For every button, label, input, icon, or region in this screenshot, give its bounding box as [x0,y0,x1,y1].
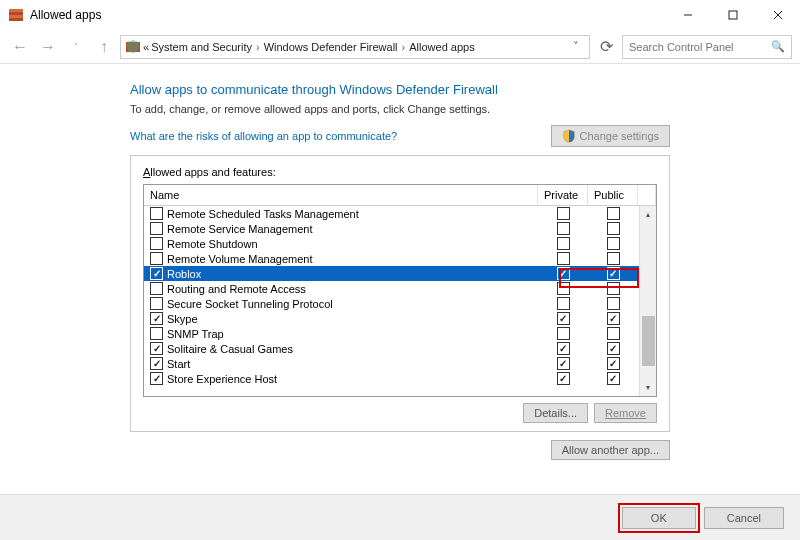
cancel-button[interactable]: Cancel [704,507,784,529]
chevron-right-icon [254,41,262,53]
table-row[interactable]: Remote Service Management [144,221,656,236]
up-button[interactable]: ↑ [92,35,116,59]
table-row[interactable]: Start [144,356,656,371]
ok-button[interactable]: OK [622,507,696,529]
app-checkbox[interactable] [150,342,163,355]
app-label: Remote Scheduled Tasks Management [167,208,359,220]
close-button[interactable] [755,0,800,30]
app-checkbox[interactable] [150,297,163,310]
app-checkbox[interactable] [150,372,163,385]
private-checkbox[interactable] [557,267,570,280]
search-icon: 🔍 [771,40,785,53]
app-checkbox[interactable] [150,267,163,280]
private-checkbox[interactable] [557,207,570,220]
table-row[interactable]: Secure Socket Tunneling Protocol [144,296,656,311]
page-heading: Allow apps to communicate through Window… [130,82,670,97]
recent-dropdown[interactable]: ˅ [64,35,88,59]
scrollbar[interactable]: ▴ ▾ [639,206,656,396]
window-buttons [665,0,800,30]
scroll-thumb[interactable] [642,316,655,366]
private-checkbox[interactable] [557,312,570,325]
col-name[interactable]: Name [144,185,538,205]
public-checkbox[interactable] [607,342,620,355]
maximize-button[interactable] [710,0,755,30]
change-settings-button[interactable]: Change settings [551,125,671,147]
address-dropdown[interactable]: ˅ [567,40,585,53]
table-row[interactable]: SNMP Trap [144,326,656,341]
public-checkbox[interactable] [607,237,620,250]
col-scroll-spacer [638,185,656,205]
titlebar: Allowed apps [0,0,800,30]
allow-another-app-button[interactable]: Allow another app... [551,440,670,460]
private-checkbox[interactable] [557,342,570,355]
refresh-button[interactable]: ⟳ [594,37,618,56]
scroll-up-icon[interactable]: ▴ [640,206,656,223]
private-checkbox[interactable] [557,252,570,265]
private-checkbox[interactable] [557,222,570,235]
app-label: Roblox [167,268,201,280]
app-checkbox[interactable] [150,237,163,250]
public-checkbox[interactable] [607,267,620,280]
col-public[interactable]: Public [588,185,638,205]
public-checkbox[interactable] [607,357,620,370]
app-label: Secure Socket Tunneling Protocol [167,298,333,310]
remove-button[interactable]: Remove [594,403,657,423]
app-checkbox[interactable] [150,282,163,295]
app-checkbox[interactable] [150,327,163,340]
search-placeholder: Search Control Panel [629,41,734,53]
private-checkbox[interactable] [557,357,570,370]
app-label: Remote Volume Management [167,253,313,265]
app-label: Remote Service Management [167,223,313,235]
public-checkbox[interactable] [607,222,620,235]
col-private[interactable]: Private [538,185,588,205]
app-checkbox[interactable] [150,312,163,325]
public-checkbox[interactable] [607,372,620,385]
search-input[interactable]: Search Control Panel 🔍 [622,35,792,59]
app-checkbox[interactable] [150,207,163,220]
table-row[interactable]: Remote Volume Management [144,251,656,266]
app-checkbox[interactable] [150,252,163,265]
table-row[interactable]: Skype [144,311,656,326]
public-checkbox[interactable] [607,312,620,325]
app-label: Store Experience Host [167,373,277,385]
private-checkbox[interactable] [557,327,570,340]
scroll-down-icon[interactable]: ▾ [640,379,656,396]
breadcrumb-item[interactable]: Allowed apps [409,41,474,53]
app-label: SNMP Trap [167,328,224,340]
table-row[interactable]: Roblox [144,266,656,281]
breadcrumb[interactable]: « System and Security Windows Defender F… [120,35,590,59]
apps-list: Name Private Public Remote Scheduled Tas… [143,184,657,397]
svg-rect-1 [9,9,23,12]
breadcrumb-item[interactable]: System and Security [151,41,252,53]
forward-button[interactable]: → [36,35,60,59]
app-label: Solitaire & Casual Games [167,343,293,355]
minimize-button[interactable] [665,0,710,30]
table-row[interactable]: Remote Scheduled Tasks Management [144,206,656,221]
private-checkbox[interactable] [557,237,570,250]
footer: OK Cancel [0,494,800,540]
app-checkbox[interactable] [150,357,163,370]
app-checkbox[interactable] [150,222,163,235]
details-button[interactable]: Details... [523,403,588,423]
public-checkbox[interactable] [607,207,620,220]
private-checkbox[interactable] [557,282,570,295]
list-body: Remote Scheduled Tasks ManagementRemote … [144,206,656,396]
risk-link[interactable]: What are the risks of allowing an app to… [130,130,397,142]
svg-rect-4 [729,11,737,19]
public-checkbox[interactable] [607,327,620,340]
private-checkbox[interactable] [557,372,570,385]
table-row[interactable]: Remote Shutdown [144,236,656,251]
back-button[interactable]: ← [8,35,32,59]
public-checkbox[interactable] [607,282,620,295]
svg-rect-2 [9,15,23,18]
table-row[interactable]: Routing and Remote Access [144,281,656,296]
breadcrumb-item[interactable]: Windows Defender Firewall [264,41,398,53]
private-checkbox[interactable] [557,297,570,310]
table-row[interactable]: Store Experience Host [144,371,656,386]
app-label: Routing and Remote Access [167,283,306,295]
panel-label: Allowed apps and features: [143,166,657,178]
public-checkbox[interactable] [607,297,620,310]
app-label: Start [167,358,190,370]
table-row[interactable]: Solitaire & Casual Games [144,341,656,356]
public-checkbox[interactable] [607,252,620,265]
